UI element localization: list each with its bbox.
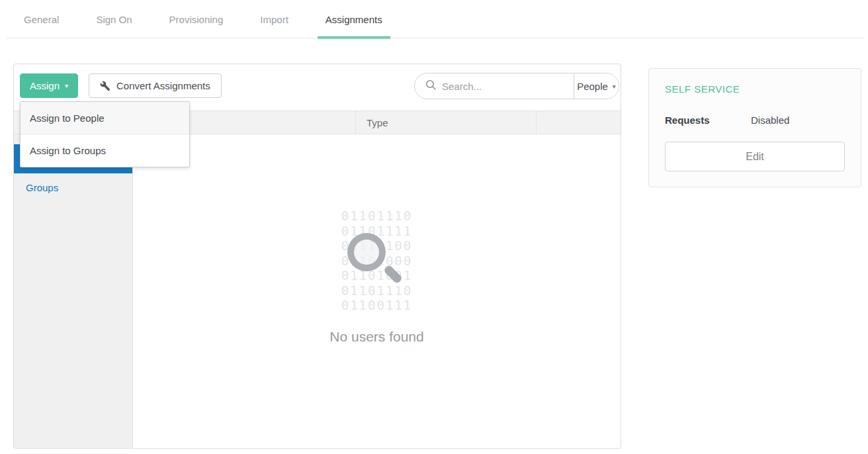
- chevron-down-icon: ▾: [613, 83, 616, 90]
- wrench-icon: [100, 81, 110, 91]
- tab-general[interactable]: General: [16, 0, 67, 38]
- search-box: [415, 73, 574, 99]
- self-service-title: SELF SERVICE: [665, 83, 845, 95]
- search-scope-value: People: [577, 81, 608, 92]
- tab-provisioning[interactable]: Provisioning: [161, 0, 232, 38]
- search-icon: [425, 79, 437, 93]
- binary-row: 01101001: [341, 268, 413, 283]
- binary-row: 01101110: [341, 208, 413, 224]
- requests-row: Requests Disabled: [665, 114, 845, 126]
- tabbar-divider: [7, 38, 864, 38]
- binary-row: 01101110: [341, 283, 413, 298]
- convert-assignments-button[interactable]: Convert Assignments: [89, 73, 222, 98]
- assign-dropdown-menu: Assign to People Assign to Groups: [20, 101, 190, 167]
- app-tabbar: General Sign On Provisioning Import Assi…: [0, 0, 868, 38]
- column-header-actions: [536, 111, 621, 134]
- empty-state: 01101110 01101111 01110100 01101000 0110…: [133, 208, 621, 345]
- edit-button[interactable]: Edit: [665, 142, 845, 171]
- binary-art: 01101110 01101111 01110100 01101000 0110…: [341, 208, 413, 313]
- search-scope-dropdown[interactable]: People ▾: [574, 73, 619, 99]
- chevron-down-icon: ▾: [65, 83, 68, 89]
- assignments-body: Groups 01101110 01101111 01110100 011010…: [14, 134, 621, 448]
- convert-assignments-label: Convert Assignments: [116, 80, 210, 91]
- empty-state-message: No users found: [133, 329, 621, 345]
- assign-button-label: Assign: [30, 80, 60, 91]
- tab-assignments[interactable]: Assignments: [318, 0, 390, 38]
- column-header-type: Type: [355, 111, 536, 134]
- requests-label: Requests: [665, 114, 751, 126]
- self-service-panel: SELF SERVICE Requests Disabled Edit: [648, 68, 861, 187]
- binary-row: 01101000: [341, 253, 413, 269]
- filter-sidebar: Groups: [14, 134, 133, 448]
- binary-row: 01100111: [341, 298, 413, 313]
- assignments-table-content: 01101110 01101111 01110100 01101000 0110…: [133, 134, 621, 448]
- tab-import[interactable]: Import: [252, 0, 296, 38]
- menu-item-assign-to-people[interactable]: Assign to People: [21, 102, 189, 134]
- search-filter-group: People ▾: [414, 73, 619, 99]
- binary-row: 01110100: [341, 238, 413, 253]
- requests-value: Disabled: [751, 114, 789, 126]
- menu-item-assign-to-groups[interactable]: Assign to Groups: [21, 134, 189, 167]
- search-input[interactable]: [442, 81, 574, 92]
- binary-row: 01101111: [341, 224, 413, 239]
- assign-button[interactable]: Assign ▾: [20, 73, 78, 98]
- sidebar-item-groups[interactable]: Groups: [14, 173, 132, 203]
- tab-sign-on[interactable]: Sign On: [88, 0, 140, 38]
